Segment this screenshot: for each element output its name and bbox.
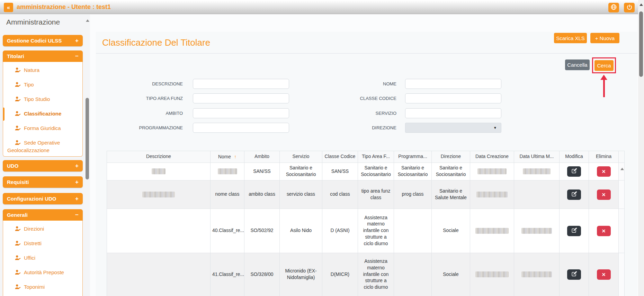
delete-x-icon: ✕	[602, 169, 606, 174]
nuova-button[interactable]: + Nuova	[590, 33, 619, 43]
column-header-data-creazione[interactable]: Data Creazione	[470, 151, 514, 163]
user-edit-icon	[15, 111, 21, 118]
table-scroll-up-icon[interactable]	[620, 168, 624, 170]
redacted-value	[521, 271, 552, 277]
sidebar-item-natura[interactable]: Natura	[3, 63, 82, 78]
sidebar-section-titolari[interactable]: Titolari−	[3, 50, 83, 62]
delete-row-button[interactable]: ✕	[597, 189, 611, 200]
sidebar-scroll-up-icon[interactable]	[86, 19, 89, 22]
cerca-button[interactable]: Cerca	[594, 60, 614, 71]
sidebar-item-classificazione[interactable]: Classificazione	[3, 107, 82, 121]
sidebar-item-direzioni[interactable]: Direzioni	[3, 222, 82, 237]
table-scroll-column[interactable]	[619, 181, 625, 209]
user-edit-icon	[15, 270, 21, 277]
cancella-button[interactable]: Cancella	[565, 59, 590, 70]
sidebar: Amministrazione Gestione Codici ULSS+Tit…	[0, 15, 90, 296]
expand-plus-icon[interactable]: +	[75, 179, 79, 186]
sidebar-section-generali[interactable]: Generali−	[3, 209, 83, 221]
window-scroll-up-icon[interactable]	[639, 3, 643, 6]
delete-x-icon: ✕	[602, 228, 606, 234]
form-row-classe-codice: CLASSE CODICE	[96, 93, 637, 103]
sidebar-collapse-button[interactable]: «	[4, 3, 13, 12]
sidebar-section-gestione-codici-ulss[interactable]: Gestione Codici ULSS+	[3, 35, 83, 46]
column-header-servizio[interactable]: Servizio	[280, 151, 322, 163]
edit-row-button[interactable]	[567, 189, 581, 200]
cell-tipo-area-f: Assistenza materno infantile con struttu…	[358, 209, 394, 253]
delete-row-button[interactable]: ✕	[597, 269, 611, 280]
sidebar-item-tipo-studio[interactable]: Tipo Studio	[3, 92, 82, 107]
cell-programma: prog class	[394, 181, 432, 209]
redacted-value	[521, 228, 552, 234]
cell-programma: Sanitario e Sociosanitario	[394, 163, 432, 181]
sidebar-section-requisiti[interactable]: Requisiti+	[3, 176, 83, 188]
sidebar-item-label: Distretti	[24, 240, 42, 246]
sidebar-item-sede-operative-geolocalizzazione[interactable]: Sede Operative Geolocalizzazione	[3, 136, 82, 157]
sidebar-scrollbar[interactable]	[85, 15, 90, 296]
content-card: Classificazione Del Titolare Scarica XLS…	[96, 32, 637, 296]
sidebar-panel-generali: DirezioniDistrettiUfficiAutorità Prepost…	[3, 221, 83, 296]
language-globe-button[interactable]	[608, 3, 619, 12]
edit-row-button[interactable]	[567, 269, 581, 280]
window-scrollbar-thumb[interactable]	[639, 11, 643, 77]
sidebar-item-uffici[interactable]: Uffici	[3, 251, 82, 266]
column-header-programma[interactable]: Programma...	[394, 151, 432, 163]
collapse-minus-icon[interactable]: −	[75, 212, 79, 219]
logout-power-button[interactable]	[624, 3, 635, 12]
sidebar-item-autorit-preposte[interactable]: Autorità Preposte	[3, 266, 82, 280]
column-header-modifica[interactable]: Modifica	[560, 151, 589, 163]
table-row: nome classambito classservizio classcod …	[107, 181, 625, 209]
column-header-ambito[interactable]: Ambito	[244, 151, 280, 163]
nome-input[interactable]	[405, 79, 501, 89]
main-content: Classificazione Del Titolare Scarica XLS…	[90, 15, 638, 296]
column-header-elimina[interactable]: Elimina	[589, 151, 619, 163]
sidebar-nav: Gestione Codici ULSS+Titolari−NaturaTipo…	[0, 15, 84, 296]
sidebar-item-tipo[interactable]: Tipo	[3, 78, 82, 92]
table-scroll-column[interactable]	[619, 253, 625, 296]
scarica-xls-button[interactable]: Scarica XLS	[554, 33, 587, 43]
collapse-minus-icon[interactable]: −	[75, 53, 79, 60]
classificazione-table: DescrizioneNome↑AmbitoServizioClasse Cod…	[107, 151, 625, 296]
delete-row-button[interactable]: ✕	[597, 166, 611, 177]
sidebar-item-label: Natura	[24, 67, 39, 73]
cell-modifica	[560, 209, 589, 253]
cell-modifica	[560, 163, 589, 181]
cell-servizio: Asilo Nido	[280, 209, 322, 253]
cell-nome: 41.Classif_re...	[211, 253, 244, 296]
column-header-direzione[interactable]: Direzione	[432, 151, 470, 163]
cell-data-creazione	[470, 209, 514, 253]
cell-ambito: SO/328/00	[244, 253, 280, 296]
sidebar-scrollbar-thumb[interactable]	[86, 98, 89, 179]
cell-elimina: ✕	[589, 163, 619, 181]
edit-row-button[interactable]	[567, 226, 581, 236]
globe-icon	[610, 4, 617, 11]
direzione-select[interactable]: ▼	[405, 123, 501, 133]
column-header-data-ultima-m[interactable]: Data Ultima M...	[514, 151, 560, 163]
expand-plus-icon[interactable]: +	[75, 163, 79, 169]
table-scroll-column[interactable]	[619, 163, 625, 181]
cell-data-ultima-m	[514, 181, 560, 209]
expand-plus-icon[interactable]: +	[75, 195, 79, 202]
cell-elimina: ✕	[589, 181, 619, 209]
cell-elimina: ✕	[589, 253, 619, 296]
edit-row-button[interactable]	[567, 166, 581, 177]
column-header-classe-codice[interactable]: Classe Codice	[322, 151, 358, 163]
sidebar-section-udo[interactable]: UDO+	[3, 160, 83, 172]
column-header-nome[interactable]: Nome↑	[211, 151, 244, 163]
cell-ambito: SAN/SS	[244, 163, 280, 181]
sidebar-item-distretti[interactable]: Distretti	[3, 237, 82, 251]
classe-codice-input[interactable]	[405, 93, 501, 103]
column-header-tipo-area-f[interactable]: Tipo Area F...	[358, 151, 394, 163]
window-scrollbar[interactable]	[638, 0, 644, 296]
redacted-value	[523, 168, 551, 174]
column-header-descrizione[interactable]: Descrizione	[107, 151, 211, 163]
sidebar-item-toponimi[interactable]: Toponimi	[3, 280, 82, 295]
nuova-button-label: Nuova	[600, 35, 615, 41]
table-scroll-column[interactable]	[619, 209, 625, 253]
expand-plus-icon[interactable]: +	[75, 37, 79, 44]
sidebar-item-label: Classificazione	[24, 111, 61, 117]
sidebar-item-forma-giuridica[interactable]: Forma Giuridica	[3, 121, 82, 136]
sidebar-section-configurazioni-udo[interactable]: Configurazioni UDO+	[3, 193, 83, 204]
delete-row-button[interactable]: ✕	[597, 226, 611, 236]
user-edit-icon	[15, 255, 21, 262]
servizio-input[interactable]	[405, 108, 501, 118]
